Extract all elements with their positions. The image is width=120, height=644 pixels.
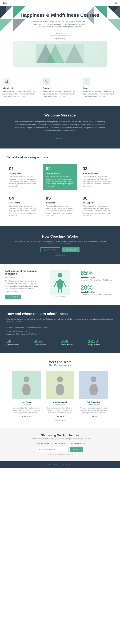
welcome-learn-more-button[interactable]: LEARN MORE (50, 136, 70, 141)
mind-stat-item: 60% Sample Headline (34, 339, 59, 346)
mind-stat-item: 5k Sample Headline (6, 339, 32, 346)
mindfulness-sample-text: Sample text. Click to select the Text El… (6, 333, 114, 336)
mindfulness-title: How and where to learn mindfulness (6, 312, 114, 316)
social-icon[interactable]: yt (63, 416, 64, 418)
create-icon: ✏️ (43, 78, 50, 85)
checkmark-icon: ✓ (69, 442, 70, 444)
email-form: SUBMIT (10, 447, 110, 452)
mind-stat-item: 1230 Sample Headline (88, 339, 114, 346)
team-member-role: creative leader (12, 404, 41, 406)
svg-point-21 (22, 384, 31, 395)
hero-triangles-left-icon (0, 6, 29, 32)
social-icon[interactable]: in (60, 416, 62, 418)
mind-stat-value: 5k (6, 339, 32, 344)
header: logo ≡ (0, 0, 120, 6)
coaching-section: How Coaching Works Simple Text. Lorem ip… (0, 226, 120, 264)
mindfulness-body: Eosunent sint capitalize non proident, s… (6, 318, 114, 323)
benefits-section: Benefits of working with us 01 Hight Qua… (0, 148, 120, 226)
program-left: Each course of the program comprises: Te… (5, 270, 39, 299)
social-icon[interactable]: in (95, 416, 97, 418)
program-stat2-text: Sample text. Click to select the Text El… (81, 294, 115, 296)
hero-learn-more-button[interactable]: LEARN MORE (50, 31, 70, 36)
benefit-text: Post suscipit tellus mauris a diam maece… (46, 205, 74, 217)
program-stat1-label: Sample Headline (81, 276, 115, 278)
coaching-live-demo-button[interactable]: LIVE DEMO (62, 248, 79, 252)
mind-stat-label: Sample Headline (88, 344, 114, 346)
social-icon[interactable]: f (56, 416, 56, 418)
benefit-item: 05 Innovations Post suscipit tellus maur… (43, 193, 77, 220)
welcome-body: Amet luctus venenatis lectus magna fring… (13, 120, 107, 132)
mind-stat-label: Sample Headline (61, 344, 86, 346)
svg-point-25 (89, 384, 98, 395)
hero-image-decoration (36, 44, 84, 64)
benefit-text: Vitae suscipit tellus mauris a diam maec… (83, 205, 111, 217)
social-icon[interactable]: in (27, 416, 28, 418)
benefit-title: Best Pricing (9, 202, 37, 204)
team-section: Meet The Team Our Professionals mary Bro… (0, 353, 120, 428)
program-body: We help businesses to innovate and grow … (5, 280, 39, 292)
mindfulness-intro-label: Introductory courses, taster sessions an… (6, 326, 114, 329)
svg-line-18 (58, 288, 59, 292)
benefits-grid: 01 Hight Quality Vitae suscipit tellus m… (6, 164, 114, 220)
app-feature: ✓Cancel any time (52, 442, 66, 444)
team-socials: ftwinyt (46, 416, 74, 418)
avatar-silhouette-icon (54, 374, 66, 395)
coaching-learn-more-button[interactable]: LEARN MORE (40, 248, 60, 252)
three-cards-section: 📊 Visualize it Sample text. Click to sel… (0, 74, 120, 106)
social-icon[interactable]: f (22, 416, 23, 418)
app-feature: ✓Safe and secure (35, 442, 49, 444)
svg-point-14 (58, 273, 62, 278)
visualize-icon: 📊 (3, 78, 10, 85)
submit-button[interactable]: SUBMIT (70, 447, 83, 452)
benefit-text: Vitae suscipit tellus mauris a diam maec… (46, 176, 74, 187)
benefits-title: Benefits of working with us (6, 156, 114, 159)
benefit-item: 03 Amazing Results Vitae suscipit tellus… (80, 164, 114, 190)
card-create-arrow[interactable]: → (43, 99, 46, 102)
coaching-body: Simple Text. Lorem ipsum dolor sit amet,… (13, 240, 107, 244)
benefit-number: 02 (46, 166, 74, 171)
checkmark-icon: ✓ (35, 442, 36, 444)
card-visualize-arrow[interactable]: → (3, 99, 6, 102)
team-grid: mary Brown creative leader Quia eros atq… (6, 370, 114, 418)
social-icon[interactable]: tw (57, 416, 59, 418)
benefit-number: 01 (9, 166, 37, 171)
hero-title: Happiness & Mindfulness Courses (13, 12, 107, 18)
team-avatar (46, 370, 74, 399)
hamburger-icon[interactable]: ≡ (115, 1, 117, 4)
hero-triangles-right-icon (85, 6, 120, 38)
program-learn-more-button[interactable]: LEARN MORE (5, 295, 21, 299)
svg-line-19 (61, 288, 62, 292)
welcome-title: Welcome Message (13, 113, 107, 118)
social-icon[interactable]: tw (92, 416, 94, 418)
footer-text: Sample text. Click to select the Text El… (46, 464, 74, 466)
card-create: ✏️ Create it Sample text. Click to selec… (40, 74, 80, 106)
benefit-item: 06 24/7 Support Vitae suscipit tellus ma… (80, 193, 114, 220)
social-icon[interactable]: f (91, 416, 91, 418)
mindfulness-formal-label: Formal mindfulness courses (6, 330, 114, 332)
team-member-name: Ann Richmond (46, 401, 74, 404)
svg-marker-7 (107, 19, 120, 32)
team-avatar (79, 370, 108, 399)
social-icon[interactable]: yt (29, 416, 31, 418)
mindfulness-section: How and where to learn mindfulness Eosun… (0, 305, 120, 353)
hero-body: Sample text. Click to select the text bo… (33, 20, 87, 28)
mind-stat-label: Sample Headline (6, 344, 32, 346)
mind-stat-item: 100 Sample Headline (61, 339, 86, 346)
social-icon[interactable]: tw (24, 416, 26, 418)
svg-point-22 (57, 376, 63, 382)
app-cta-body: Access all Xern features for 30 days, th… (10, 438, 110, 440)
program-stat1-value: 65% (81, 270, 115, 276)
logo: logo (3, 2, 7, 4)
mind-stat-value: 100 (61, 339, 86, 344)
benefit-number: 03 (83, 166, 111, 171)
team-subtitle: Our Professionals (6, 364, 114, 367)
benefit-title: Amazing Results (83, 172, 111, 174)
email-input[interactable] (37, 447, 69, 452)
terms-text: By signing up you agree to our Privacy P… (10, 454, 110, 455)
benefit-item: 04 Best Pricing Vitae suscipit tellus ma… (6, 193, 40, 220)
card-grow-arrow[interactable]: → (83, 99, 86, 102)
welcome-section: Welcome Message Amet luctus venenatis le… (0, 106, 120, 149)
app-cta-section: Start using Our App for free Access all … (0, 428, 120, 461)
svg-marker-2 (0, 19, 13, 32)
benefit-text: Vitae suscipit tellus mauris a diam maec… (9, 205, 37, 217)
